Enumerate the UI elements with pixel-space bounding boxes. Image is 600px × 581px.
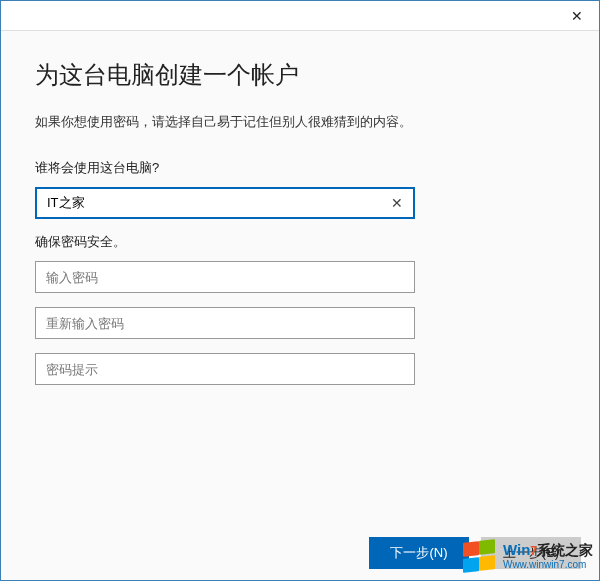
- password-hint-field-wrap: [35, 353, 565, 385]
- username-section-label: 谁将会使用这台电脑?: [35, 159, 565, 177]
- titlebar: ✕: [1, 1, 599, 31]
- username-input[interactable]: [35, 187, 415, 219]
- password-hint-input[interactable]: [35, 353, 415, 385]
- next-button[interactable]: 下一步(N): [369, 537, 469, 569]
- footer: 下一步(N) 上一步(B): [1, 526, 599, 580]
- page-subtitle: 如果你想使用密码，请选择自己易于记住但别人很难猜到的内容。: [35, 113, 565, 131]
- close-icon: ✕: [571, 8, 583, 24]
- password-section-label: 确保密码安全。: [35, 233, 565, 251]
- password-input[interactable]: [35, 261, 415, 293]
- username-field-wrap: ✕: [35, 187, 565, 219]
- password-confirm-input[interactable]: [35, 307, 415, 339]
- back-button[interactable]: 上一步(B): [481, 537, 581, 569]
- clear-username-icon[interactable]: ✕: [387, 191, 407, 215]
- page-title: 为这台电脑创建一个帐户: [35, 59, 565, 91]
- close-button[interactable]: ✕: [554, 1, 599, 30]
- password-field-wrap: [35, 261, 565, 293]
- create-account-dialog: ✕ 为这台电脑创建一个帐户 如果你想使用密码，请选择自己易于记住但别人很难猜到的…: [0, 0, 600, 581]
- password-confirm-field-wrap: [35, 307, 565, 339]
- content-area: 为这台电脑创建一个帐户 如果你想使用密码，请选择自己易于记住但别人很难猜到的内容…: [1, 31, 599, 580]
